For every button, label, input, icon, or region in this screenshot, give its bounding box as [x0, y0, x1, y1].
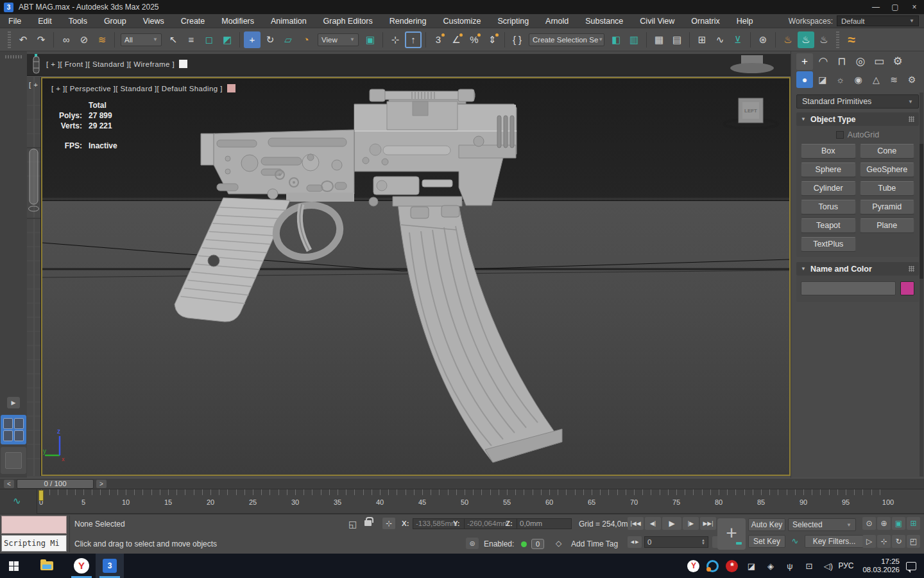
render-frame-window-icon[interactable]: ♨ [798, 31, 814, 48]
object-type-torus[interactable]: Torus [801, 200, 856, 215]
time-slider-thumb[interactable]: 0 / 100 [17, 479, 94, 489]
3ds-max-taskbar-icon[interactable]: 3 [96, 554, 124, 578]
expand-tray-button[interactable]: ▶ [7, 397, 20, 408]
render-setup-icon[interactable]: ⊛ [755, 31, 771, 48]
zoom-region-icon[interactable]: ▷ [862, 535, 876, 548]
select-by-name-icon[interactable]: ≡ [183, 31, 200, 48]
category-lights[interactable]: ☼ [832, 71, 849, 88]
menu-file[interactable]: File [0, 14, 30, 28]
previous-frame-arrow[interactable]: < [4, 480, 14, 488]
menu-views[interactable]: Views [135, 14, 173, 28]
object-type-rollout-header[interactable]: ▼ Object Type [796, 112, 919, 126]
category-shapes[interactable]: ◪ [814, 71, 831, 88]
tray-usb-icon[interactable]: ψ [783, 560, 796, 572]
zoom-extents-all-icon[interactable]: ⊞ [907, 517, 920, 530]
select-and-place-icon[interactable]: ◔ [298, 31, 314, 48]
select-and-manipulate-icon[interactable]: ⊹ [387, 31, 404, 48]
menu-graph-editors[interactable]: Graph Editors [315, 14, 381, 28]
reference-coordinate-dropdown[interactable]: View▼ [318, 33, 359, 46]
next-frame-button[interactable]: |▶ [683, 517, 699, 530]
redo-icon[interactable]: ↷ [33, 31, 49, 48]
tray-yandex-icon[interactable]: Y [687, 560, 699, 572]
selection-lock-icon[interactable] [364, 520, 372, 526]
zoom-extents-icon[interactable]: ▣ [892, 517, 905, 530]
key-filters-button[interactable]: Key Filters... [805, 535, 864, 548]
object-color-swatch[interactable] [900, 281, 914, 295]
gun-model[interactable]: LEFT [42, 78, 789, 475]
zoom-icon[interactable]: ⊙ [862, 517, 876, 530]
material-editor-icon[interactable]: ♨ [780, 31, 796, 48]
object-type-sphere[interactable]: Sphere [801, 162, 856, 177]
orbit-icon[interactable]: ↻ [892, 535, 905, 548]
isolate-selection-icon[interactable]: ◱ [348, 519, 357, 529]
toggle-ribbon-icon[interactable]: ⊞ [694, 31, 710, 48]
menu-substance[interactable]: Substance [577, 14, 631, 28]
play-button[interactable]: ▶ [662, 517, 681, 530]
menu-ornatrix[interactable]: Ornatrix [683, 14, 728, 28]
default-tangent-icon[interactable]: ∿ [788, 535, 802, 548]
tray-antivirus-icon[interactable]: * [726, 560, 738, 572]
frame-zero-button[interactable]: 0 [531, 539, 544, 549]
selection-filter-dropdown[interactable]: All▼ [121, 33, 162, 46]
tray-display-icon[interactable]: ⊡ [803, 560, 815, 572]
undo-icon[interactable]: ↶ [15, 31, 31, 48]
category-helpers[interactable]: △ [868, 71, 884, 88]
rectangular-selection-region-icon[interactable]: ◻ [201, 31, 218, 48]
select-and-move-icon[interactable]: + [244, 31, 261, 48]
track-bar-playhead[interactable] [38, 490, 44, 501]
tab-utilities[interactable]: ⚙ [889, 53, 906, 70]
close-button[interactable]: × [905, 0, 924, 14]
ornatrix-hair-icon[interactable]: ≈ [843, 31, 860, 48]
menu-edit[interactable]: Edit [30, 14, 60, 28]
window-crossing-toggle-icon[interactable]: ◩ [219, 31, 235, 48]
tab-motion[interactable]: ◎ [852, 53, 869, 70]
category-cameras[interactable]: ◉ [850, 71, 867, 88]
object-type-cylinder[interactable]: Cylinder [801, 181, 856, 196]
maximize-button[interactable]: ▢ [886, 0, 905, 14]
add-time-tag[interactable]: Add Time Tag [571, 539, 618, 548]
object-type-plane[interactable]: Plane [860, 218, 915, 233]
perspective-viewport-label[interactable]: [ + ][ Perspective ][ Standard ][ Defaul… [51, 84, 235, 92]
workspaces-dropdown[interactable]: Default ▼ [837, 15, 919, 26]
name-color-rollout-header[interactable]: ▼ Name and Color [796, 262, 919, 276]
autogrid-checkbox[interactable] [836, 131, 844, 139]
key-mode-toggle[interactable]: ◀ ▶ [628, 536, 642, 548]
pan-icon[interactable]: ⊹ [877, 535, 891, 548]
object-type-cone[interactable]: Cone [860, 144, 915, 159]
tab-hierarchy[interactable]: ⊓ [834, 53, 850, 70]
toggle-layer-explorer-icon[interactable]: ▤ [669, 31, 685, 48]
tray-photos-icon[interactable]: ◪ [745, 560, 757, 572]
menu-help[interactable]: Help [728, 14, 762, 28]
auto-key-button[interactable]: Auto Key [748, 518, 785, 531]
sliver-viewport-label[interactable]: [ + [29, 81, 38, 89]
minimize-button[interactable]: — [866, 0, 886, 14]
select-object-icon[interactable]: ↖ [165, 31, 182, 48]
object-type-teapot[interactable]: Teapot [801, 218, 856, 233]
object-type-textplus[interactable]: TextPlus [801, 237, 856, 252]
spinner-snap-icon[interactable]: ⇕ [484, 31, 501, 48]
tab-display[interactable]: ▭ [871, 53, 887, 70]
toggle-scene-explorer-icon[interactable]: ▦ [651, 31, 667, 48]
dock-drag-handle[interactable] [5, 55, 22, 58]
menu-animation[interactable]: Animation [262, 14, 315, 28]
angle-snap-icon[interactable]: ∠ [448, 31, 465, 48]
menu-arnold[interactable]: Arnold [537, 14, 577, 28]
category-systems[interactable]: ⚙ [903, 71, 920, 88]
track-bar[interactable]: ∿ 05101520253035404550556065707580859095… [0, 489, 924, 514]
mirror-icon[interactable]: ◧ [608, 31, 624, 48]
perspective-viewport[interactable]: LEFT [41, 77, 791, 476]
unlink-selection-icon[interactable]: ⊘ [76, 31, 92, 48]
mini-curve-editor-icon[interactable]: ∿ [13, 495, 21, 507]
select-and-link-icon[interactable]: ∞ [58, 31, 74, 48]
next-frame-arrow[interactable]: > [96, 480, 107, 488]
menu-create[interactable]: Create [173, 14, 214, 28]
viewport-layout-four-tab[interactable] [1, 415, 26, 444]
zoom-all-icon[interactable]: ⊕ [877, 517, 891, 530]
menu-scripting[interactable]: Scripting [489, 14, 537, 28]
toolbar-drag-handle[interactable] [8, 31, 11, 48]
z-coordinate-field[interactable]: 0,0mm [517, 518, 572, 529]
tray-alice-icon[interactable] [706, 560, 719, 572]
go-to-end-button[interactable]: ▶▶| [700, 517, 716, 530]
set-key-button[interactable]: Set Key [748, 535, 785, 548]
menu-customize[interactable]: Customize [434, 14, 489, 28]
